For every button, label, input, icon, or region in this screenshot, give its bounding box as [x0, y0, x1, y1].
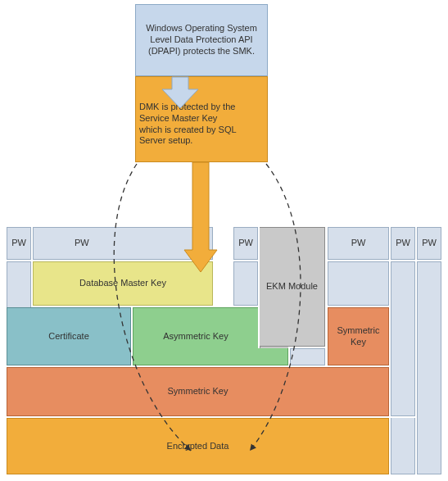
dpapi-box: Windows Operating System Level Data Prot…	[135, 4, 268, 76]
sym-wide-label: Symmetric Key	[168, 386, 229, 397]
dpapi-label: Windows Operating System Level Data Prot…	[139, 23, 264, 57]
pale-col-5b	[391, 418, 415, 474]
encrypted-data-box: Encrypted Data	[7, 418, 389, 474]
ekm-box: EKM Module	[260, 227, 325, 347]
sym-wide-box: Symmetric Key	[7, 367, 389, 416]
pale-slot-mid	[290, 348, 325, 365]
smk-label: DMK is protected by the Service Master K…	[139, 102, 238, 147]
pw-label-2: PW	[75, 238, 89, 249]
pw-box-3: PW	[233, 227, 258, 260]
pale-col-5	[391, 261, 415, 416]
pw-label-5: PW	[396, 238, 410, 249]
certificate-label: Certificate	[48, 331, 89, 343]
dmk-label: Database Master Key	[79, 278, 166, 289]
sym-small-label: Symmetric Key	[332, 325, 385, 348]
pw-label-3: PW	[238, 238, 253, 249]
encryption-hierarchy-diagram: Windows Operating System Level Data Prot…	[0, 0, 448, 481]
encrypted-data-label: Encrypted Data	[167, 441, 229, 452]
pale-slot-3a	[233, 261, 258, 306]
pw-box-6: PW	[417, 227, 441, 260]
pale-slot-4a	[328, 261, 389, 306]
pale-col-6	[417, 261, 441, 474]
pw-label-4: PW	[351, 238, 366, 249]
smk-box: DMK is protected by the Service Master K…	[135, 76, 268, 162]
sym-small-box: Symmetric Key	[328, 307, 389, 365]
asym-label: Asymmetric Key	[163, 331, 228, 343]
pw-label-1: PW	[11, 238, 26, 249]
asym-stem	[133, 348, 288, 365]
pw-label-6: PW	[422, 238, 437, 249]
pw-box-5: PW	[391, 227, 415, 260]
pw-box-4: PW	[328, 227, 389, 260]
dmk-box: Database Master Key	[33, 261, 213, 306]
ekm-label: EKM Module	[266, 281, 318, 293]
pw-box-2: PW	[33, 227, 213, 260]
pw-box-1: PW	[7, 227, 31, 260]
certificate-box: Certificate	[7, 307, 131, 365]
